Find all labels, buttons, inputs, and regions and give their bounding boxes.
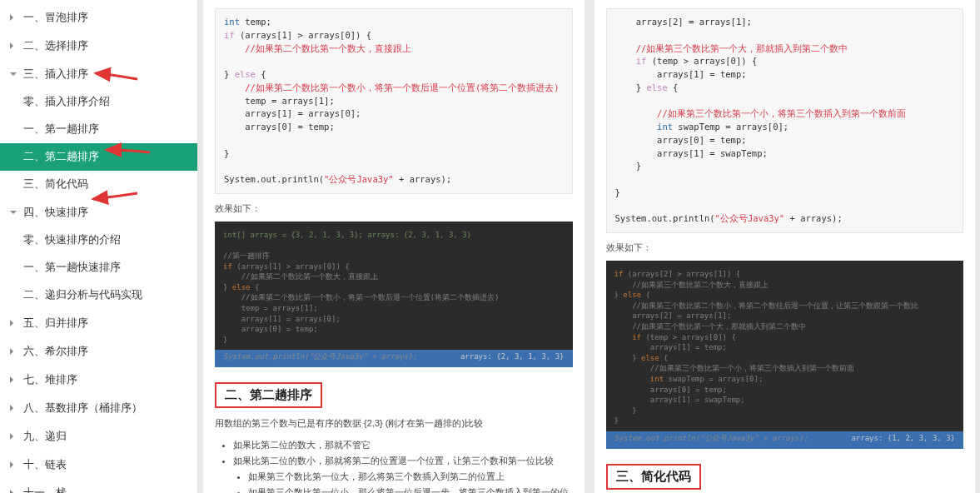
screenshot-code-1: int[] arrays = {3, 2, 1, 3, 3}; arrays: … bbox=[215, 222, 573, 367]
caret-right-icon bbox=[10, 433, 17, 440]
nav-item[interactable]: 二、第二趟排序 bbox=[0, 143, 197, 171]
nav-item[interactable]: 三、简化代码 bbox=[0, 171, 197, 198]
nav-item[interactable]: 九、递归 bbox=[0, 422, 197, 451]
caret-right-icon bbox=[10, 405, 17, 411]
nav-label: 七、堆排序 bbox=[23, 372, 77, 387]
nav-item[interactable]: 十一、栈 bbox=[0, 479, 197, 493]
nav-label: 一、冒泡排序 bbox=[23, 10, 88, 25]
heading-simplify-code: 三、简化代码 bbox=[606, 464, 701, 490]
bullet-item: 如果第三个数比第一位大，那么将第三个数插入到第二的位置上 bbox=[248, 469, 573, 485]
nav-label: 三、插入排序 bbox=[23, 67, 88, 82]
nav-item[interactable]: 二、选择排序 bbox=[0, 32, 197, 60]
result-label: 效果如下： bbox=[215, 202, 573, 215]
code-block-1: int temp; if (arrays[1] > arrays[0]) { /… bbox=[215, 8, 573, 194]
nav-label: 二、选择排序 bbox=[23, 38, 88, 53]
nav-label: 四、快速排序 bbox=[23, 205, 88, 220]
nav-label: 一、第一趟排序 bbox=[23, 122, 99, 137]
nav-item[interactable]: 八、基数排序（桶排序） bbox=[0, 394, 197, 422]
nav-label: 一、第一趟快速排序 bbox=[23, 261, 121, 275]
caret-right-icon bbox=[10, 14, 17, 21]
panel-left[interactable]: int temp; if (arrays[1] > arrays[0]) { /… bbox=[203, 0, 585, 493]
caret-right-icon bbox=[10, 348, 17, 355]
content-panels: int temp; if (arrays[1] > arrays[0]) { /… bbox=[198, 0, 980, 493]
caret-right-icon bbox=[10, 490, 17, 493]
nav-item[interactable]: 七、堆排序 bbox=[0, 366, 197, 394]
heading-second-pass: 二、第二趟排序 bbox=[215, 382, 322, 408]
caret-right-icon bbox=[10, 320, 17, 326]
nav-label: 九、递归 bbox=[23, 429, 67, 444]
sidebar: 一、冒泡排序二、选择排序三、插入排序零、插入排序介绍一、第一趟排序二、第二趟排序… bbox=[0, 0, 198, 493]
caret-right-icon bbox=[10, 376, 17, 383]
nav-label: 五、归并排序 bbox=[23, 316, 88, 331]
nav-item[interactable]: 五、归并排序 bbox=[0, 309, 197, 337]
paragraph: 用数组的第三个数与已是有序的数据 {2,3} (刚才在第一趟排的)比较 bbox=[215, 416, 573, 431]
result-label: 效果如下： bbox=[606, 242, 964, 254]
bullet-item: 如果比第二位的数大，那就不管它 bbox=[233, 437, 573, 453]
panel-right[interactable]: arrays[2] = arrays[1]; //如果第三个数比第一个大，那就插… bbox=[594, 0, 976, 493]
nav-label: 三、简化代码 bbox=[23, 177, 88, 192]
nav-item[interactable]: 零、插入排序介绍 bbox=[0, 88, 197, 116]
nav-item[interactable]: 十、链表 bbox=[0, 451, 197, 479]
caret-right-icon bbox=[10, 42, 17, 49]
nav-item[interactable]: 四、快速排序 bbox=[0, 198, 197, 227]
nav-label: 十一、栈 bbox=[23, 486, 67, 493]
nav-item[interactable]: 六、希尔排序 bbox=[0, 337, 197, 366]
caret-right-icon bbox=[10, 461, 17, 468]
bullet-item: 如果比第二位的数小，那就将第二的位置退一个位置，让第三个数和第一位比较如果第三个… bbox=[233, 453, 573, 493]
nav-item[interactable]: 三、插入排序 bbox=[0, 60, 197, 88]
nav-item[interactable]: 零、快速排序的介绍 bbox=[0, 227, 197, 254]
nav-label: 十、链表 bbox=[23, 457, 67, 472]
nav-item[interactable]: 一、第一趟排序 bbox=[0, 116, 197, 143]
nav-item[interactable]: 二、递归分析与代码实现 bbox=[0, 281, 197, 309]
nav-label: 零、插入排序介绍 bbox=[23, 95, 110, 109]
code-block-3: arrays[2] = arrays[1]; //如果第三个数比第一个大，那就插… bbox=[606, 8, 964, 233]
nav-label: 零、快速排序的介绍 bbox=[23, 233, 121, 247]
caret-down-icon bbox=[10, 211, 17, 217]
screenshot-code-2: if (arrays[2] > arrays[1]) { //如果第三个数比第二… bbox=[606, 261, 964, 449]
nav-item[interactable]: 一、第一趟快速排序 bbox=[0, 254, 197, 281]
bullet-list: 如果比第二位的数大，那就不管它如果比第二位的数小，那就将第二的位置退一个位置，让… bbox=[215, 437, 573, 493]
nav-label: 六、希尔排序 bbox=[23, 344, 88, 359]
nav-item[interactable]: 一、冒泡排序 bbox=[0, 3, 197, 32]
nav-label: 八、基数排序（桶排序） bbox=[23, 401, 142, 416]
caret-down-icon bbox=[10, 72, 17, 79]
nav-label: 二、递归分析与代码实现 bbox=[23, 288, 142, 302]
bullet-item: 如果第三个数比第一位小，那么将第一位后退一步，将第三个数插入到第一的位置上 bbox=[248, 485, 573, 493]
nav-label: 二、第二趟排序 bbox=[23, 150, 99, 164]
